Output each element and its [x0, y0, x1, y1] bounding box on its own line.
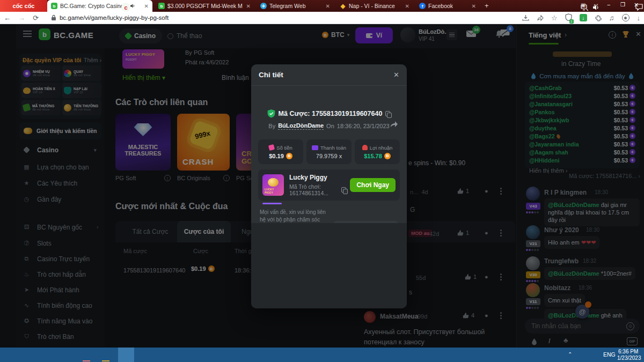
language-indicator[interactable]: ENG [603, 351, 616, 358]
download-manager-icon[interactable]: ↓ [580, 14, 587, 21]
tab-favicon: b [158, 3, 165, 9]
bookmark-star-icon[interactable]: ☆ [551, 14, 558, 22]
action-center-icon[interactable] [633, 2, 644, 13]
tab-title: Telegram Web [269, 3, 306, 9]
tray-chevron-icon[interactable]: ⌃ [568, 351, 572, 357]
save-page-icon[interactable] [522, 14, 529, 21]
coin-icon: B [384, 153, 391, 159]
modal-game-row: LUCKYPIGGY Lucky Piggy Mã Trò chơi: 1617… [258, 169, 400, 201]
browser-side-strip [0, 24, 16, 348]
tab-binance[interactable]: ◆ Nap - Ví - Binance ✕ [336, 0, 413, 12]
reload-icon[interactable]: ⟳ [33, 14, 39, 22]
tab-close-icon[interactable]: ✕ [472, 3, 476, 9]
modal-game-id: Mã Trò chơi: 16174861314... [289, 183, 339, 196]
tab-close-icon[interactable]: ✕ [326, 3, 330, 9]
brand-label: cốc cốc [13, 3, 35, 9]
tab-bcgame[interactable]: b BC.Game: Crypto Casino ( ✕ [47, 0, 152, 12]
bet-author-link[interactable]: BúLozDònDame [278, 122, 324, 130]
bet-details-modal: Chi tiết ✕ Mã Cược: 1755813019119607640 … [251, 64, 407, 308]
coccoc-taskbar-icon[interactable]: c [120, 2, 131, 13]
maximize-button[interactable]: ❐ [620, 2, 625, 8]
modal-header: Chi tiết ✕ [251, 64, 407, 86]
tab-close-icon[interactable]: ✕ [405, 3, 409, 9]
network-icon[interactable] [579, 2, 590, 13]
game-thumbnail[interactable]: LUCKYPIGGY [262, 174, 284, 196]
modal-title: Chi tiết [259, 71, 283, 79]
bet-by-row: By BúLozDònDame On 18:36:20, 23/1/2023 [251, 122, 407, 130]
volume-icon[interactable] [590, 2, 602, 13]
adblock-shield-icon[interactable]: 2 [565, 13, 572, 23]
tab-close-icon[interactable]: ✕ [144, 3, 149, 9]
address-bar: ← → ⟳ bc.game/vi/game/lucky-piggy-by-pg-… [0, 12, 644, 24]
active-indicator [262, 203, 282, 204]
running-indicator [102, 360, 109, 361]
modal-close-icon[interactable]: ✕ [393, 71, 399, 79]
tab-facebook[interactable]: f Facebook ✕ [415, 0, 480, 12]
bet-id-text: Mã Cược: 1755813019119607640 [279, 110, 383, 117]
play-now-button[interactable]: Chơi Ngay [350, 178, 396, 192]
modal-game-name[interactable]: Lucky Piggy [289, 174, 345, 181]
profit-icon [362, 145, 368, 150]
lock-icon [51, 14, 56, 21]
running-indicator [83, 360, 90, 361]
bet-id-row: Mã Cược: 1755813019119607640 [251, 109, 407, 118]
tab-title: Facebook [428, 3, 453, 9]
stat-profit: Lợi nhuận $15.78B [355, 139, 400, 164]
coin-icon: B [286, 153, 292, 159]
facebook-favicon: f [419, 3, 426, 9]
bcgame-favicon: b [51, 3, 57, 9]
clock-date[interactable]: 1/23/2023 [617, 355, 641, 361]
active-app-highlight [118, 348, 134, 362]
screen: cốc cốc b BC.Game: Crypto Casino ( ✕ b $… [0, 0, 644, 362]
stats-row: Số tiền $0.19B Thanh toán 79.9759 x Lợi … [258, 139, 400, 164]
stat-amount: Số tiền $0.19B [258, 139, 303, 164]
taskbar [0, 348, 644, 362]
telegram-favicon: ✈ [260, 3, 267, 9]
coccoc-brand: cốc cốc [0, 0, 47, 12]
new-tab-button[interactable]: + [485, 2, 489, 10]
downloads-icon[interactable]: ↓ [637, 14, 641, 22]
forward-icon[interactable]: → [18, 14, 25, 22]
modal-lower-panel [251, 223, 407, 308]
tab-title: Nap - Ví - Binance [349, 3, 395, 9]
share-page-icon[interactable] [537, 14, 544, 21]
copy-icon[interactable] [385, 111, 391, 117]
minimize-button[interactable]: − [607, 2, 610, 8]
tab-close-icon[interactable]: ✕ [246, 3, 251, 9]
stat-payout: Thanh toán 79.9759 x [306, 139, 352, 164]
back-icon[interactable]: ← [4, 14, 11, 22]
share-bet-icon[interactable] [390, 120, 398, 128]
tab-telegram[interactable]: ✈ Telegram Web ✕ [257, 0, 334, 12]
clock-time[interactable]: 6:36 PM [618, 349, 638, 354]
copy-icon[interactable] [341, 187, 345, 193]
binance-favicon: ◆ [340, 3, 346, 9]
tab-title: BC.Game: Crypto Casino ( [60, 3, 127, 9]
amount-icon [268, 144, 275, 151]
profile-icon[interactable]: ☻ [622, 14, 630, 21]
url-text[interactable]: bc.game/vi/game/lucky-piggy-by-pg-soft [60, 14, 169, 21]
extensions-icon[interactable] [595, 14, 602, 21]
tab-pgsoft[interactable]: b $3.000 PGSOFT Mid-Week M ✕ [155, 0, 254, 12]
tab-title: $3.000 PGSOFT Mid-Week M [167, 3, 243, 9]
media-control-icon[interactable]: ♫ [609, 14, 614, 22]
bet-datetime: 18:36:20, 23/1/2023 [337, 123, 390, 129]
verified-shield-icon [267, 109, 275, 118]
payout-icon [312, 145, 318, 150]
